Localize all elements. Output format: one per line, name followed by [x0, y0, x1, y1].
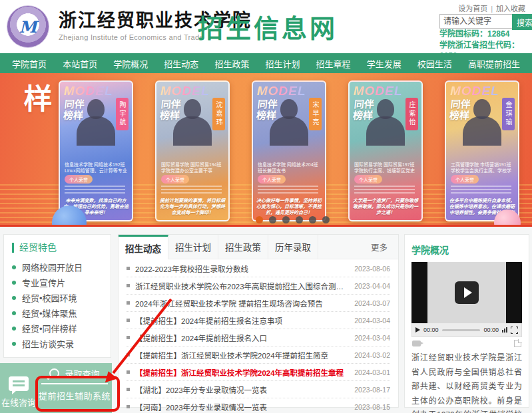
model-label: MODEL [160, 84, 210, 98]
news-item[interactable]: 【湖北】2023年分专业录取情况一览表 2023-08-17 [127, 381, 390, 398]
carousel-dot[interactable] [309, 216, 316, 223]
honor-text-lines [354, 186, 415, 196]
model-card[interactable]: MODEL 同伴榜样 金琪瑜 工商管理学院 市场营销191班 学校学生会执行主席… [445, 80, 519, 221]
news-item[interactable]: 2022-2023年我校招生录取分数线 2023-08-06 [127, 260, 390, 277]
news-item-title[interactable]: 【提前招生】2024年提前招生报名注意事项 [135, 315, 346, 326]
news-item[interactable]: 【提前招生】2024年提前招生报名注意事项 2024-03-04 [127, 312, 390, 329]
more-link[interactable]: 更多 [371, 235, 398, 259]
student-info: 国际贸易学院 国际贸易194班 学院党建办公室主要干事 [161, 162, 224, 174]
carousel-dot[interactable] [282, 216, 290, 223]
set-homepage-link[interactable]: 设为首页 [458, 5, 487, 13]
nav-item[interactable]: 学院概况 [113, 57, 148, 70]
admission-query-label: 录取查询 [65, 367, 99, 380]
nav-item[interactable]: 学院首页 [12, 57, 47, 70]
chat-bubble-icon [9, 376, 29, 391]
floating-tools-panel: 在线咨询 录取查询 提前招生辅助系统 [0, 363, 112, 413]
carousel-dot[interactable] [256, 216, 263, 223]
nav-item[interactable]: 本站首页 [63, 57, 97, 70]
popout-icon[interactable] [514, 340, 521, 347]
news-item-title[interactable]: 【湖北】2023年分专业录取情况一览表 [135, 384, 346, 395]
nav-item[interactable]: 招生计划 [266, 57, 300, 70]
video-time-current: 00:00 [423, 327, 439, 333]
news-item-title[interactable]: 2024年浙江经贸职业技术学院 提前招生现场咨询会预告 [135, 298, 346, 309]
carousel-dot[interactable] [322, 216, 330, 223]
model-label: MODEL [450, 84, 499, 98]
model-card[interactable]: MODEL 同伴榜样 庄紫怡 国际贸易学院 国际贸易197班 学院执行主席、钱塘… [348, 80, 423, 221]
news-item[interactable]: 【提前招生】浙江经贸职业技术学院2024年高职提前招生章程 2024-03-01 [127, 364, 390, 381]
news-item[interactable]: 【提前招生】2024年提前招生报名入口 2024-03-04 [127, 329, 390, 346]
news-item-title[interactable]: 【提前招生】浙江经贸职业技术学院2024年提前招生简章 [135, 350, 346, 360]
link-separator: | [491, 5, 493, 13]
model-card[interactable]: MODEL 同伴榜样 陶宇航 信息技术学院 网络技术192班 Linux网络管理… [59, 80, 133, 221]
sidebar-item[interactable]: 网络校园开放日 [12, 259, 111, 275]
carousel-dot[interactable] [296, 216, 303, 223]
square-bullet-icon [127, 370, 130, 374]
honor-badge: 个人荣誉 [65, 175, 93, 184]
news-item[interactable]: 【河南】2023年分专业录取情况一览表 2023-08-15 [127, 398, 390, 413]
nav-item[interactable]: 学生发展 [367, 57, 401, 70]
news-tab[interactable]: 历年录取 [268, 235, 318, 259]
model-label: MODEL [257, 84, 306, 98]
card-title: 同伴榜样 [63, 98, 89, 121]
tab-strip: 招生动态招生计划招生政策历年录取 [119, 235, 318, 259]
news-tab[interactable]: 招生动态 [119, 235, 168, 259]
news-item-date: 2023-08-17 [346, 386, 390, 394]
online-consult-button[interactable]: 在线咨询 [0, 363, 37, 413]
nav-item[interactable]: 招生章程 [316, 57, 351, 70]
control-play-icon[interactable] [415, 327, 420, 333]
nav-item[interactable]: 招生动态 [164, 57, 198, 70]
news-item-date: 2023-04-04 [346, 282, 390, 290]
sidebar-item-label: 网络校园开放日 [22, 261, 83, 273]
news-item-title[interactable]: 2022-2023年我校招生录取分数线 [135, 263, 346, 274]
news-item-title[interactable]: 浙江经贸职业技术学院公布2023年高职提前招生入围综合测评资格分数线 [135, 281, 346, 291]
news-tab[interactable]: 招生政策 [218, 235, 268, 259]
magnifier-icon [49, 368, 59, 378]
news-item[interactable]: 2024年浙江经贸职业技术学院 提前招生现场咨询会预告 2024-03-07 [127, 295, 390, 312]
sidebar-item[interactable]: 经贸•同伴榜样 [12, 321, 111, 336]
video-progress-bar[interactable] [442, 329, 481, 331]
news-tab[interactable]: 招生计划 [168, 235, 218, 259]
news-list: 2022-2023年我校招生录取分数线 2023-08-06 浙江经贸职业技术学… [119, 259, 398, 413]
student-name-tag: 陶宇航 [116, 98, 129, 130]
news-item[interactable]: 【提前招生】浙江经贸职业技术学院2024年提前招生简章 2024-03-02 [127, 346, 390, 364]
news-item-title[interactable]: 【提前招生】浙江经贸职业技术学院2024年高职提前招生章程 [135, 367, 346, 378]
top-links: 设为首页|加入收藏 [458, 3, 525, 13]
fullscreen-icon[interactable] [511, 327, 518, 334]
square-bullet-icon [127, 284, 130, 287]
overview-title: 学院概况 [411, 243, 522, 256]
early-admission-system-button[interactable]: 提前招生辅助系统 [39, 389, 111, 402]
news-item-date: 2024-03-01 [346, 368, 390, 376]
student-quote: 提前计划要做的事情，将目标细化为每一步的具体行动，梦想终会变成每一个脚印！ [159, 198, 226, 215]
news-tabs: 招生动态招生计划招生政策历年录取 更多 [119, 235, 398, 259]
model-card[interactable]: MODEL 同伴榜样 宋早亮 信息技术学院 网络技术204班 班长兼团支书 个人… [252, 80, 326, 221]
search-input[interactable] [439, 14, 512, 29]
model-card[interactable]: MODEL 同伴榜样 沈嘉玮 国际贸易学院 国际贸易194班 学院党建办公室主要… [155, 80, 230, 221]
play-icon [464, 287, 472, 298]
student-quote: 大学是一个造梦厂，只要你敢想敢拼敢做，那么成功只是你的一步之遥！ [352, 198, 419, 215]
student-info-line1: 国际贸易学院 国际贸易194班 [161, 162, 224, 168]
news-item-title[interactable]: 【河南】2023年分专业录取情况一览表 [135, 402, 346, 412]
nav-item[interactable]: 高职提前招生 [468, 57, 520, 70]
banner-bottom-strip [0, 225, 532, 227]
add-favorite-link[interactable]: 加入收藏 [496, 5, 525, 13]
sidebar-item[interactable]: 招生访谈实录 [12, 336, 111, 351]
news-item[interactable]: 浙江经贸职业技术学院公布2023年高职提前招生入围综合测评资格分数线 2023-… [127, 277, 390, 295]
admission-query-button[interactable]: 录取查询 [49, 367, 99, 379]
play-button[interactable] [455, 281, 479, 304]
sidebar-item[interactable]: 经贸•校园环境 [12, 290, 111, 305]
sidebar-item[interactable]: 经贸•媒体聚焦 [12, 305, 111, 321]
student-name-tag: 庄紫怡 [405, 98, 418, 130]
news-item-title[interactable]: 【提前招生】2024年提前招生报名入口 [135, 333, 346, 343]
nav-item[interactable]: 招生政策 [214, 57, 249, 70]
volume-icon[interactable] [502, 327, 507, 333]
honor-badge: 个人荣誉 [451, 175, 479, 184]
nav-item[interactable]: 校园生活 [417, 57, 452, 70]
bullet-dot-icon [12, 311, 16, 315]
sidebar-item[interactable]: 专业宣传片 [12, 275, 111, 290]
news-panel: 招生动态招生计划招生政策历年录取 更多 2022-2023年我校招生录取分数线 … [118, 234, 399, 408]
square-bullet-icon [127, 319, 130, 322]
carousel-dot[interactable] [269, 216, 276, 223]
camera-icon[interactable] [412, 341, 421, 346]
square-bullet-icon [127, 353, 130, 356]
honor-text-lines [161, 186, 222, 196]
